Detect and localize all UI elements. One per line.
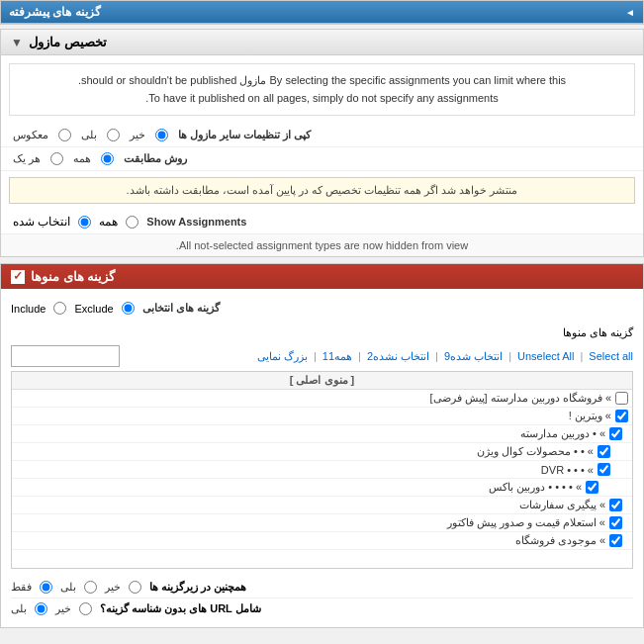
tree-item-label-2: » فروشگاه دوربین مدارسته [پیش فرضی] [16, 392, 611, 405]
match-any-label: هر یک [13, 152, 41, 165]
show-all-radio[interactable] [126, 216, 138, 229]
match-all-radio[interactable] [101, 152, 114, 165]
show-all-label: همه [99, 215, 118, 229]
tree-item-checkbox-2[interactable] [615, 392, 628, 405]
url-no-label: خیر [55, 602, 71, 615]
module-header[interactable]: تخصیص مازول ▼ [1, 30, 643, 55]
tree-item: » موجودی فروشگاه [12, 532, 632, 550]
match-all-label: همه [73, 152, 91, 165]
show-selected-radio[interactable] [78, 216, 91, 229]
tree-item: » پیگیری سفارشات [12, 497, 632, 514]
tree-item-checkbox-7[interactable] [586, 481, 598, 494]
url-include-label: شامل URL های بدون شناسه گزینه؟ [100, 602, 261, 615]
include-exclude-row: گزینه های انتخابی Exclude Include [11, 297, 633, 320]
match-method-row: روش مطابقت همه هر یک [1, 147, 643, 171]
match-method-label: روش مطابقت [124, 152, 187, 165]
sub-items-label: همچنین در زیرگزینه ها [149, 581, 246, 594]
menu-section-header[interactable]: گزینه های منوها ✓ [1, 264, 643, 289]
sub-no-radio[interactable] [129, 581, 141, 594]
description-line2: To have it published on all pages, simpl… [20, 90, 624, 108]
tree-item-label-10: » موجودی فروشگاه [16, 534, 605, 547]
module-header-title: تخصیص مازول [29, 35, 107, 49]
hidden-note: All not-selected assignment types are no… [1, 233, 643, 256]
top-section: ◄ گزینه های پیشرفته [0, 0, 644, 25]
sub-yes-label: بلی [60, 581, 76, 594]
exclude-radio[interactable] [122, 302, 135, 315]
menu-section-title: گزینه های منوها [31, 269, 115, 284]
description-line1: By selecting the specific assignments yo… [20, 72, 624, 90]
sub-only-radio[interactable] [40, 581, 52, 594]
top-header[interactable]: ◄ گزینه های پیشرفته [1, 1, 643, 24]
tree-item: » • • • DVR [12, 461, 632, 479]
tree-item: » • دوربین مدارسته [12, 425, 632, 443]
show-assignments-row: Show Assignments همه انتخاب شده [1, 210, 643, 233]
sub-yes-radio[interactable] [84, 581, 97, 594]
tree-item-checkbox-5[interactable] [598, 445, 610, 458]
show-selected-label: انتخاب شده [13, 215, 70, 229]
include-label: Include [11, 303, 46, 315]
tree-item: » • • محصولات کوال ویژن [12, 443, 632, 461]
copy-reverse-label: معکوس [13, 129, 48, 141]
module-header-arrow: ▼ [11, 36, 23, 49]
menu-body: گزینه های انتخابی Exclude Include گزینه … [1, 289, 643, 627]
copy-settings-row: کپی از تنظیمات سایر مازول ها خیر بلی معک… [1, 124, 643, 147]
not-selected-count: انتخاب نشده2 [367, 350, 429, 363]
menu-section: گزینه های منوها ✓ گزینه های انتخابی Excl… [0, 263, 644, 628]
unselect-all-link[interactable]: Unselect All [517, 350, 574, 362]
divider2: | [508, 350, 511, 362]
url-include-row: شامل URL های بدون شناسه گزینه؟ خیر بلی [11, 598, 633, 619]
info-text: منتشر خواهد شد اگر همه تنظیمات تخصیص که … [127, 184, 518, 196]
sub-items-row: همچنین در زیرگزینه ها خیر بلی فقط [11, 577, 633, 598]
top-header-arrow: ◄ [625, 7, 635, 18]
tree-item-label-6: » • • • DVR [16, 464, 594, 476]
tree-item-checkbox-9[interactable] [609, 516, 622, 529]
url-no-radio[interactable] [79, 602, 92, 615]
tree-item-checkbox-4[interactable] [609, 427, 622, 440]
selected-count: انتخاب شده9 [444, 350, 503, 363]
copy-reverse-radio[interactable] [58, 129, 71, 141]
hidden-note-text: All not-selected assignment types are no… [176, 239, 468, 251]
tree-item-label-8: » پیگیری سفارشات [16, 499, 605, 511]
include-radio[interactable] [53, 302, 66, 315]
search-input[interactable] [11, 345, 120, 367]
select-all-link[interactable]: Select all [589, 350, 633, 362]
url-yes-radio[interactable] [35, 602, 47, 615]
sub-only-label: فقط [11, 581, 32, 594]
tree-item-checkbox-10[interactable] [609, 534, 622, 547]
tree-item: » استعلام قیمت و صدور پیش فاکتور [12, 514, 632, 532]
all-count: همه11 [322, 350, 352, 363]
tree-item-checkbox-6[interactable] [598, 463, 610, 476]
selected-options-label: گزینه های انتخابی [142, 302, 220, 315]
tree-container[interactable]: [ منوی اصلی ] » فروشگاه دوربین مدارسته [… [11, 371, 633, 569]
search-controls-row: Select all | Unselect All | انتخاب شده9 … [11, 345, 633, 367]
tree-item: » • • • • دوربین باکس [12, 479, 632, 497]
tree-item: » فروشگاه دوربین مدارسته [پیش فرضی] [12, 390, 632, 408]
tree-item: » ویترین ! [12, 408, 632, 425]
menu-items-label: گزینه های منوها [11, 324, 633, 341]
show-assignments-label: Show Assignments [146, 216, 246, 228]
tree-item-checkbox-8[interactable] [609, 499, 622, 511]
tree-item-label-9: » استعلام قیمت و صدور پیش فاکتور [16, 516, 605, 529]
sub-no-label: خیر [105, 581, 121, 594]
tree-item-label-7: » • • • • دوربین باکس [16, 481, 582, 494]
menu-checkbox-check: ✓ [13, 269, 23, 283]
url-yes-label: بلی [11, 602, 27, 615]
tree-item-label-5: » • • محصولات کوال ویژن [16, 445, 594, 458]
tree-item-checkbox-3[interactable] [615, 410, 628, 422]
divider4: | [358, 350, 361, 362]
exclude-label: Exclude [74, 303, 113, 315]
top-header-title: گزینه های پیشرفته [9, 5, 101, 19]
match-any-radio[interactable] [50, 152, 63, 165]
menu-checkbox-icon[interactable]: ✓ [11, 270, 25, 284]
divider1: | [581, 350, 584, 362]
info-box: منتشر خواهد شد اگر همه تنظیمات تخصیص که … [9, 177, 635, 204]
divider5: | [314, 350, 317, 362]
copy-yes-radio[interactable] [107, 129, 120, 141]
module-section: تخصیص مازول ▼ By selecting the specific … [0, 29, 644, 257]
controls-links: Select all | Unselect All | انتخاب شده9 … [125, 350, 633, 363]
copy-yes-label: بلی [81, 129, 97, 141]
big-view-link[interactable]: بزرگ نمایی [257, 350, 308, 363]
copy-no-radio[interactable] [155, 129, 168, 141]
divider3: | [435, 350, 438, 362]
tree-header-row: [ منوی اصلی ] [12, 372, 632, 390]
